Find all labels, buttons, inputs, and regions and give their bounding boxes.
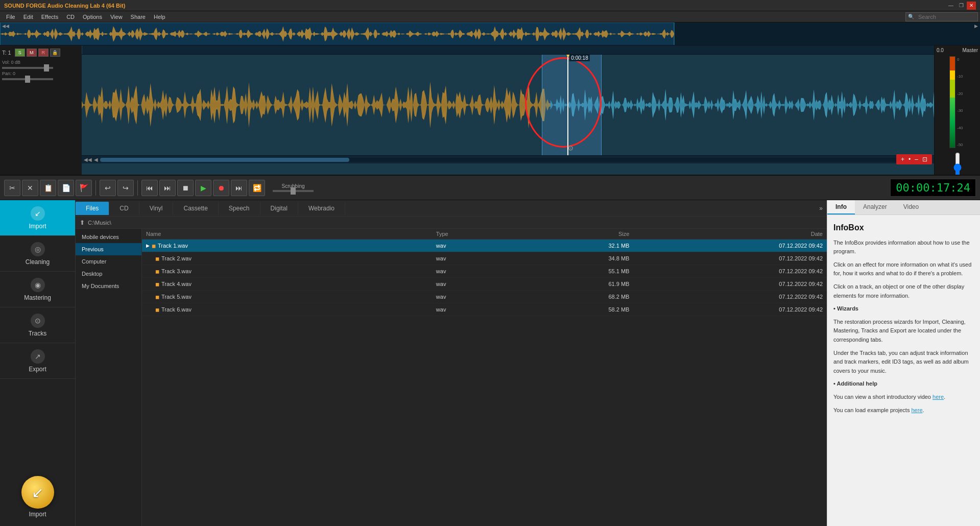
menu-effects[interactable]: Effects xyxy=(37,13,62,21)
undo-button[interactable]: ↩ xyxy=(100,180,116,196)
gear-icon[interactable]: ⚙ xyxy=(567,144,574,152)
col-header-type[interactable]: Type xyxy=(436,231,533,237)
tab-cd[interactable]: CD xyxy=(109,202,139,215)
location-desktop[interactable]: Desktop xyxy=(76,268,141,280)
tab-vinyl[interactable]: Vinyl xyxy=(139,202,174,215)
marker-tool-button[interactable]: 🚩 xyxy=(76,180,92,196)
info-para-video: You can view a short introductory video … xyxy=(833,393,974,402)
col-header-size[interactable]: Size xyxy=(533,231,629,237)
example-link[interactable]: here xyxy=(911,407,922,413)
transport-to-start[interactable]: ⏮ xyxy=(141,180,158,196)
tab-webradio[interactable]: Webradio xyxy=(298,202,345,215)
sidebar-item-tracks[interactable]: ⊙ Tracks xyxy=(0,307,75,343)
copy-tool-button[interactable]: 📋 xyxy=(40,180,56,196)
volume-slider[interactable] xyxy=(2,67,53,69)
location-documents[interactable]: My Documents xyxy=(76,280,141,292)
location-previous[interactable]: Previous xyxy=(76,243,141,255)
info-para-3: Click on a track, an object or one of th… xyxy=(833,282,974,300)
import-circle-button[interactable]: ↙ xyxy=(21,476,54,509)
master-fader[interactable] xyxy=(952,152,963,175)
svg-rect-2 xyxy=(82,45,934,55)
file-row-5[interactable]: ◼ Track 5.wav wav 68.2 MB 07.12.2022 09:… xyxy=(142,291,827,303)
waveform-display[interactable]: 0:00:18 ⚙ xyxy=(82,55,934,155)
waveform-overview[interactable]: ◀◀ ▶ xyxy=(0,22,980,45)
scrollbar-thumb[interactable] xyxy=(100,158,349,162)
scrubbing-slider[interactable] xyxy=(273,190,314,192)
menu-view[interactable]: View xyxy=(106,13,127,21)
transport-record[interactable]: ⏺ xyxy=(213,180,229,196)
menu-share[interactable]: Share xyxy=(127,13,150,21)
audio-icon-6: ◼ xyxy=(155,307,159,313)
zoom-controls[interactable]: + • – ⊡ xyxy=(896,154,932,164)
menu-edit[interactable]: Edit xyxy=(19,13,37,21)
zoom-fit-btn[interactable]: ⊡ xyxy=(921,156,929,163)
transport-stop[interactable]: ⏹ xyxy=(177,180,194,196)
zoom-in-btn[interactable]: + xyxy=(899,156,906,163)
hscrollbar-area[interactable]: ◀◀ ◀ xyxy=(82,155,934,163)
titlebar-controls[interactable]: — ❐ ✕ xyxy=(946,2,976,10)
import-circle-label: Import xyxy=(29,511,46,518)
file-row-4[interactable]: ◼ Track 4.wav wav 61.9 MB 07.12.2022 09:… xyxy=(142,278,827,291)
breadcrumb-path: C:\Music\ xyxy=(88,220,111,226)
scroll-left-btn[interactable]: ◀◀ xyxy=(84,157,92,162)
file-row-3[interactable]: ◼ Track 3.wav wav 55.1 MB 07.12.2022 09:… xyxy=(142,265,827,278)
tab-video[interactable]: Video xyxy=(895,200,927,214)
sidebar-item-export[interactable]: ↗ Export xyxy=(0,343,75,379)
record-arm-button[interactable]: R xyxy=(38,49,49,57)
col-header-name[interactable]: Name xyxy=(146,231,436,237)
filedate-2: 07.12.2022 09:42 xyxy=(629,255,823,261)
import-button-area[interactable]: ↙ Import xyxy=(0,468,75,526)
close-button[interactable]: ✕ xyxy=(967,2,976,10)
pan-slider[interactable] xyxy=(2,78,53,80)
tab-digital[interactable]: Digital xyxy=(260,202,298,215)
sidebar-mastering-label: Mastering xyxy=(24,294,51,301)
search-bar[interactable]: 🔍 xyxy=(905,12,978,21)
col-header-date[interactable]: Date xyxy=(629,231,823,237)
up-dir-icon[interactable]: ⬆ xyxy=(80,219,85,226)
menu-file[interactable]: File xyxy=(2,13,19,21)
filetype-1: wav xyxy=(436,243,533,249)
tab-cassette[interactable]: Cassette xyxy=(173,202,218,215)
transport-loop[interactable]: 🔁 xyxy=(249,180,265,196)
waveform-main-area[interactable]: 0:00:18 ⚙ ◀◀ ◀ xyxy=(82,45,934,175)
zoom-reset-btn[interactable]: • xyxy=(907,156,912,163)
tab-speech[interactable]: Speech xyxy=(219,202,260,215)
filesize-4: 61.9 MB xyxy=(533,281,629,287)
tab-analyzer[interactable]: Analyzer xyxy=(855,200,895,214)
video-link[interactable]: here xyxy=(933,394,944,400)
tab-info[interactable]: Info xyxy=(827,200,855,214)
redo-button[interactable]: ↪ xyxy=(117,180,134,196)
lock-button[interactable]: 🔒 xyxy=(50,49,60,57)
file-row-2[interactable]: ◼ Track 2.wav wav 34.8 MB 07.12.2022 09:… xyxy=(142,252,827,265)
transport-to-end[interactable]: ⏭ xyxy=(231,180,247,196)
location-mobile[interactable]: Mobile devices xyxy=(76,231,141,243)
mute-button[interactable]: M xyxy=(27,49,37,57)
menu-cd[interactable]: CD xyxy=(62,13,79,21)
audio-icon-4: ◼ xyxy=(155,281,159,287)
sidebar-item-cleaning[interactable]: ◎ Cleaning xyxy=(0,236,75,272)
paste-tool-button[interactable]: 📄 xyxy=(58,180,74,196)
transport-play[interactable]: ▶ xyxy=(195,180,211,196)
tab-files[interactable]: Files xyxy=(76,202,109,215)
scroll-prev-btn[interactable]: ◀ xyxy=(94,157,98,162)
menu-help[interactable]: Help xyxy=(150,13,170,21)
sidebar-item-import[interactable]: ↙ Import xyxy=(0,200,75,236)
separator-1 xyxy=(95,180,96,196)
master-fader-area[interactable] xyxy=(952,152,963,175)
sidebar-item-mastering[interactable]: ◉ Mastering xyxy=(0,272,75,307)
search-input[interactable] xyxy=(916,14,977,20)
file-row-1[interactable]: ▶ ◼ Track 1.wav wav 32.1 MB 07.12.2022 0… xyxy=(142,240,827,252)
location-computer[interactable]: Computer xyxy=(76,255,141,268)
zoom-out-btn[interactable]: – xyxy=(913,156,920,163)
browser-more-tabs[interactable]: » xyxy=(815,203,827,214)
file-row-6[interactable]: ◼ Track 6.wav wav 58.2 MB 07.12.2022 09:… xyxy=(142,303,827,316)
menu-options[interactable]: Options xyxy=(79,13,106,21)
cut-tool-button[interactable]: ✂ xyxy=(4,180,20,196)
minimize-button[interactable]: — xyxy=(946,2,955,10)
scrollbar-track[interactable] xyxy=(100,158,930,162)
breadcrumb: ⬆ C:\Music\ xyxy=(76,217,827,229)
solo-button[interactable]: S xyxy=(15,49,25,57)
maximize-button[interactable]: ❐ xyxy=(957,2,966,10)
transport-previous[interactable]: ⏭ xyxy=(159,180,176,196)
delete-tool-button[interactable]: ✕ xyxy=(22,180,38,196)
